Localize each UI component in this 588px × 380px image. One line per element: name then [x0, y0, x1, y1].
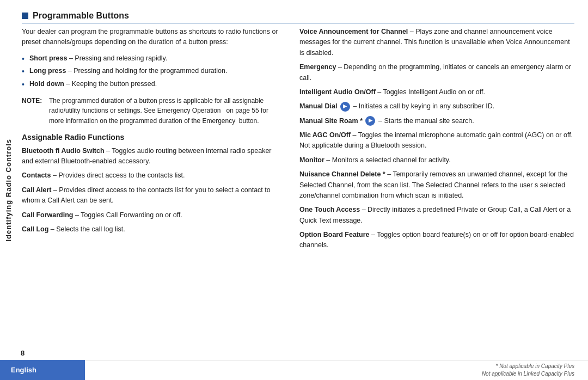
intro-text: Your dealer can program the programmable… [22, 27, 283, 48]
term: Short press – Pressing and releasing rap… [29, 54, 167, 62]
sidebar-label: Identifying Radio Controls [4, 139, 13, 242]
manual-dial-icon: ▶ [340, 102, 350, 112]
func-item: Voice Announcement for Channel – Plays z… [299, 27, 574, 58]
footer-language: English [0, 360, 85, 380]
func-item: Call Log – Selects the call log list. [22, 224, 283, 235]
blue-square-icon [22, 13, 28, 19]
sub-heading: Assignable Radio Functions [22, 133, 283, 142]
footnote-line2: Not applicable in Linked Capacity Plus [482, 371, 574, 377]
footer: English * Not applicable in Capacity Plu… [0, 360, 588, 380]
bullet-list: Short press – Pressing and releasing rap… [22, 53, 283, 89]
note-text: The programmed duration of a button pres… [49, 96, 283, 126]
func-item: Option Board Feature – Toggles option bo… [299, 230, 574, 251]
footer-right: * Not applicable in Capacity Plus Not ap… [85, 360, 588, 380]
func-item: Nuisance Channel Delete * – Temporarily … [299, 169, 574, 201]
list-item: Long press – Pressing and holding for th… [22, 66, 283, 76]
section-title: Programmable Buttons [33, 11, 129, 21]
func-item: One Touch Access – Directly initiates a … [299, 205, 574, 226]
columns: Your dealer can program the programmable… [22, 27, 574, 375]
func-item: Manual Dial ▶ – Initiates a call by keyi… [299, 101, 574, 112]
func-item: Mic AGC On/Off – Toggles the internal mi… [299, 130, 574, 151]
list-item: Hold down – Keeping the button pressed. [22, 79, 283, 89]
func-item: Manual Site Roam * ▶ – Starts the manual… [299, 116, 574, 126]
list-item: Short press – Pressing and releasing rap… [22, 53, 283, 64]
footnote-line1: * Not applicable in Capacity Plus [495, 363, 574, 369]
roam-icon: ▶ [365, 116, 375, 126]
func-item: Intelligent Audio On/Off – Toggles Intel… [299, 87, 574, 97]
func-item: Call Forwarding – Toggles Call Forwardin… [22, 210, 283, 220]
section-heading: Programmable Buttons [22, 11, 574, 23]
func-item: Bluetooth ﬁ Audio Switch – Toggles audio… [22, 146, 283, 167]
func-item: Monitor – Monitors a selected channel fo… [299, 155, 574, 166]
func-item: Contacts – Provides direct access to the… [22, 170, 283, 181]
func-item: Emergency – Depending on the programming… [299, 62, 574, 83]
term: Long press – Pressing and holding for th… [29, 67, 227, 75]
right-column: Voice Announcement for Channel – Plays z… [299, 27, 574, 375]
left-column: Your dealer can program the programmable… [22, 27, 283, 375]
sidebar: Identifying Radio Controls [0, 0, 16, 380]
footnote-text: * Not applicable in Capacity Plus Not ap… [482, 363, 574, 378]
note-label: NOTE: [22, 96, 46, 126]
page-number: 8 [21, 349, 24, 357]
page-container: Identifying Radio Controls Programmable … [0, 0, 588, 380]
term: Hold down – Keeping the button pressed. [29, 80, 157, 88]
func-item: Call Alert – Provides direct access to t… [22, 185, 283, 206]
main-content: Programmable Buttons Your dealer can pro… [16, 0, 588, 380]
note-block: NOTE: The programmed duration of a butto… [22, 96, 283, 126]
